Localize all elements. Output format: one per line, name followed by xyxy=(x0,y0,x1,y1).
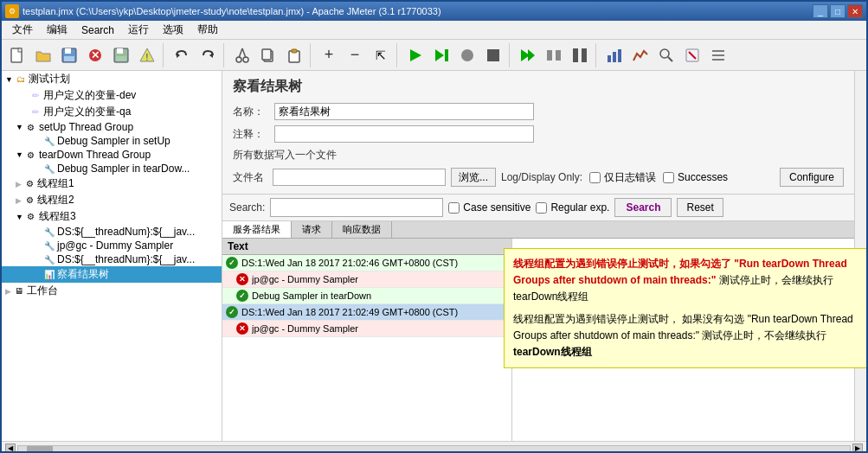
add-button[interactable]: + xyxy=(317,43,341,67)
menu-run[interactable]: 运行 xyxy=(121,21,156,39)
tab-request[interactable]: 请求 xyxy=(292,221,332,238)
tree-label-user-var-qa: 用户定义的变量-qa xyxy=(43,105,131,119)
setup-icon: ⚙ xyxy=(25,121,37,133)
stop-button[interactable] xyxy=(455,43,479,67)
search-label: Search: xyxy=(229,201,265,214)
toolbar-sep-2 xyxy=(223,43,227,67)
delete-button[interactable]: ✕ xyxy=(83,43,107,67)
svg-rect-28 xyxy=(547,50,552,61)
errors-checkbox[interactable] xyxy=(589,172,601,183)
configure-button[interactable]: Configure xyxy=(780,168,844,187)
tree-item-teardown[interactable]: ▼ ⚙ tearDown Thread Group xyxy=(2,148,222,162)
tree-item-debug-setup[interactable]: 🔧 Debug Sampler in setUp xyxy=(2,134,222,148)
list-button[interactable] xyxy=(706,43,730,67)
info-button[interactable]: ! xyxy=(135,43,159,67)
search-input[interactable] xyxy=(270,198,443,217)
open-button[interactable] xyxy=(31,43,55,67)
file-row: 文件名 浏览... Log/Display Only: 仅日志错误 Suc xyxy=(233,168,844,187)
remote-start-button[interactable] xyxy=(516,43,540,67)
tree-item-thread1[interactable]: ▶ ⚙ 线程组1 xyxy=(2,175,222,192)
log-display-row: Log/Display Only: 仅日志错误 Successes Config… xyxy=(501,168,844,187)
search-icon-button[interactable] xyxy=(654,43,678,67)
chart2-button[interactable] xyxy=(628,43,653,67)
clear-button[interactable] xyxy=(680,43,704,67)
tooltip-para1: 线程组配置为遇到错误停止测试时，如果勾选了 "Run tearDown Thre… xyxy=(513,256,858,306)
menu-options[interactable]: 选项 xyxy=(156,21,190,39)
save2-button[interactable] xyxy=(109,43,133,67)
ds1-icon: 🔧 xyxy=(43,226,55,238)
close-button[interactable]: ✕ xyxy=(847,4,863,18)
file-input[interactable] xyxy=(273,169,446,186)
redo-button[interactable] xyxy=(196,43,220,67)
tree-label-test-plan: 测试计划 xyxy=(29,72,70,86)
tree-item-ds1[interactable]: 🔧 DS:${__threadNum}:${__jav... xyxy=(2,225,222,239)
cut-button[interactable] xyxy=(230,43,254,67)
successes-checkbox[interactable] xyxy=(663,172,674,183)
svg-rect-29 xyxy=(556,50,561,61)
test-plan-icon: 🗂 xyxy=(15,73,27,86)
log-display-label: Log/Display Only: xyxy=(501,171,582,183)
save-button[interactable] xyxy=(57,43,81,67)
result-row-2[interactable]: ✕ jp@gc - Dummy Sampler xyxy=(222,271,511,288)
horizontal-scrollbar[interactable] xyxy=(17,445,851,452)
minimize-button[interactable]: _ xyxy=(813,4,828,18)
maximize-button[interactable]: □ xyxy=(830,4,845,18)
reset-button[interactable]: Reset xyxy=(677,198,723,217)
menu-help[interactable]: 帮助 xyxy=(190,21,225,39)
copy-button[interactable] xyxy=(256,43,280,67)
tree-item-debug-teardown[interactable]: 🔧 Debug Sampler in tearDow... xyxy=(2,162,222,175)
search-button[interactable]: Search xyxy=(614,198,672,217)
tree-item-view-results[interactable]: 📊 察看结果树 xyxy=(2,266,222,283)
window-controls: _ □ ✕ xyxy=(813,4,863,18)
tooltip-overlay: 线程组配置为遇到错误停止测试时，如果勾选了 "Run tearDown Thre… xyxy=(504,248,867,368)
svg-rect-32 xyxy=(608,55,611,62)
svg-rect-25 xyxy=(487,49,499,61)
scroll-right-btn[interactable]: ▶ xyxy=(852,443,863,454)
remove-button[interactable]: − xyxy=(343,43,367,67)
regex-checkbox[interactable] xyxy=(536,202,547,214)
tree-item-thread3[interactable]: ▼ ⚙ 线程组3 xyxy=(2,208,222,225)
new-button[interactable] xyxy=(5,43,29,67)
tree-item-workbench[interactable]: ▶ 🖥 工作台 xyxy=(2,283,222,299)
chart-button[interactable] xyxy=(602,43,627,67)
run-button[interactable] xyxy=(403,43,428,67)
case-sensitive-label: Case sensitive xyxy=(463,201,530,214)
svg-line-16 xyxy=(242,48,246,58)
svg-rect-18 xyxy=(262,49,271,60)
menu-edit[interactable]: 编辑 xyxy=(40,21,74,39)
result-row-4[interactable]: ✓ DS:1:Wed Jan 18 2017 21:02:49 GMT+0800… xyxy=(222,304,511,321)
menu-file[interactable]: 文件 xyxy=(5,21,40,39)
browse-button[interactable]: 浏览... xyxy=(451,168,496,187)
paste-button[interactable] xyxy=(282,43,306,67)
result-row-1[interactable]: ✓ DS:1:Wed Jan 18 2017 21:02:46 GMT+0800… xyxy=(222,255,511,271)
undo-button[interactable] xyxy=(170,43,194,67)
tree-item-thread2[interactable]: ▶ ⚙ 线程组2 xyxy=(2,192,222,208)
remote-stop-button[interactable] xyxy=(542,43,566,67)
stop-now-button[interactable] xyxy=(481,43,505,67)
scroll-left-btn[interactable]: ◀ xyxy=(5,443,16,454)
result-text-3: Debug Sampler in tearDown xyxy=(252,290,371,301)
result-row-5[interactable]: ✕ jp@gc - Dummy Sampler xyxy=(222,321,511,337)
comment-input[interactable] xyxy=(274,125,534,143)
tree-label-user-var-dev: 用户定义的变量-dev xyxy=(43,88,136,103)
remote-stop-now-button[interactable] xyxy=(568,43,592,67)
case-sensitive-group: Case sensitive xyxy=(448,201,530,214)
tree-label-workbench: 工作台 xyxy=(27,284,58,298)
tab-server-results[interactable]: 服务器结果 xyxy=(222,221,292,238)
result-row-3[interactable]: ✓ Debug Sampler in tearDown xyxy=(222,288,511,304)
tab-response[interactable]: 响应数据 xyxy=(332,221,392,238)
tree-item-user-var-dev[interactable]: ✏ 用户定义的变量-dev xyxy=(2,87,222,104)
expand-button[interactable]: ⇱ xyxy=(369,43,393,67)
panel-title: 察看结果树 xyxy=(233,78,844,96)
svg-marker-12 xyxy=(209,53,213,58)
tree-item-ds2[interactable]: 🔧 DS:${__threadNum}:${__jav... xyxy=(2,252,222,266)
tree-item-test-plan[interactable]: ▼ 🗂 测试计划 xyxy=(2,71,222,87)
name-input[interactable] xyxy=(274,103,534,120)
menu-search[interactable]: Search xyxy=(74,22,121,38)
run-no-pause-button[interactable] xyxy=(429,43,453,67)
tree-item-user-var-qa[interactable]: ✏ 用户定义的变量-qa xyxy=(2,104,222,120)
tree-item-setup[interactable]: ▼ ⚙ setUp Thread Group xyxy=(2,120,222,134)
tree-item-jp-gc[interactable]: 🔧 jp@gc - Dummy Sampler xyxy=(2,239,222,252)
case-sensitive-checkbox[interactable] xyxy=(448,202,460,214)
svg-marker-21 xyxy=(410,49,421,61)
